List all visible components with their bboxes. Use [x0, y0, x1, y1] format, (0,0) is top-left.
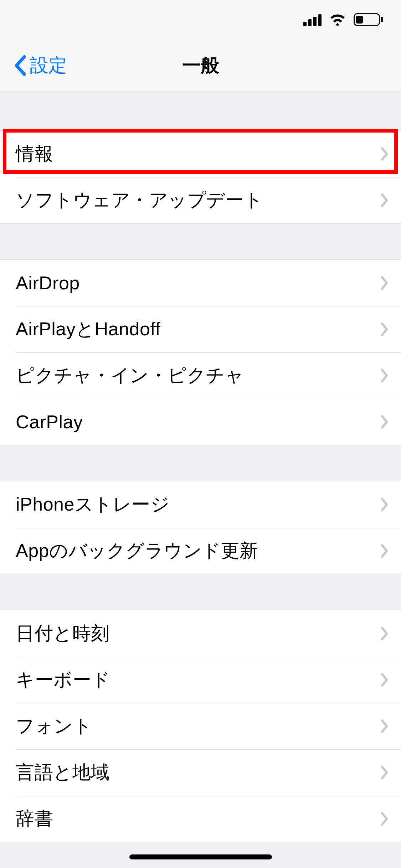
group-separator: [0, 445, 401, 481]
wifi-icon: [329, 13, 346, 26]
settings-group-3: iPhoneストレージ Appのバックグラウンド更新: [0, 481, 401, 574]
chevron-right-icon: [380, 497, 389, 512]
group-separator: [0, 574, 401, 610]
row-airdrop[interactable]: AirDrop: [0, 260, 401, 306]
row-label: 辞書: [16, 806, 380, 831]
chevron-right-icon: [380, 415, 389, 429]
row-label: 言語と地域: [16, 760, 380, 785]
row-label: AirDrop: [16, 272, 380, 294]
settings-group-2: AirDrop AirPlayとHandoff ピクチャ・イン・ピクチャ Car…: [0, 259, 401, 445]
back-button-label: 設定: [30, 53, 67, 78]
row-label: CarPlay: [16, 411, 380, 433]
cellular-signal-icon: [303, 13, 322, 26]
chevron-right-icon: [380, 626, 389, 641]
row-label: ピクチャ・イン・ピクチャ: [16, 363, 380, 388]
row-date-time[interactable]: 日付と時刻: [0, 610, 401, 657]
chevron-right-icon: [380, 719, 389, 733]
row-label: キーボード: [16, 667, 380, 692]
status-bar-cluster: [303, 13, 383, 26]
chevron-right-icon: [380, 673, 389, 687]
chevron-right-icon: [380, 812, 389, 826]
settings-group-4: 日付と時刻 キーボード フォント 言語と地域 辞書: [0, 610, 401, 842]
chevron-right-icon: [380, 544, 389, 558]
group-separator: [0, 224, 401, 259]
row-dictionary[interactable]: 辞書: [0, 796, 401, 842]
row-label: iPhoneストレージ: [16, 492, 380, 517]
row-label: 日付と時刻: [16, 621, 380, 646]
row-label: フォント: [16, 714, 380, 739]
row-label: Appのバックグラウンド更新: [16, 538, 380, 563]
row-label: ソフトウェア・アップデート: [16, 188, 380, 213]
row-software-update[interactable]: ソフトウェア・アップデート: [0, 177, 401, 223]
chevron-right-icon: [380, 322, 389, 336]
row-fonts[interactable]: フォント: [0, 703, 401, 749]
row-about[interactable]: 情報: [0, 131, 401, 177]
battery-icon: [354, 13, 383, 26]
chevron-right-icon: [380, 368, 389, 383]
row-label: AirPlayとHandoff: [16, 317, 380, 342]
row-bg-app-refresh[interactable]: Appのバックグラウンド更新: [0, 528, 401, 574]
group-separator: [0, 92, 401, 130]
chevron-left-icon: [14, 55, 27, 76]
row-iphone-storage[interactable]: iPhoneストレージ: [0, 481, 401, 528]
status-bar: [0, 0, 401, 39]
row-carplay[interactable]: CarPlay: [0, 399, 401, 445]
chevron-right-icon: [380, 193, 389, 207]
settings-group-1: 情報 ソフトウェア・アップデート: [0, 130, 401, 224]
row-label: 情報: [16, 141, 380, 166]
row-keyboard[interactable]: キーボード: [0, 657, 401, 703]
row-airplay-handoff[interactable]: AirPlayとHandoff: [0, 306, 401, 352]
home-indicator: [129, 854, 272, 859]
navigation-bar: 設定 一般: [0, 39, 401, 92]
row-language-region[interactable]: 言語と地域: [0, 749, 401, 796]
chevron-right-icon: [380, 147, 389, 161]
row-pip[interactable]: ピクチャ・イン・ピクチャ: [0, 352, 401, 399]
chevron-right-icon: [380, 276, 389, 290]
page-title: 一般: [182, 53, 219, 78]
back-button[interactable]: 設定: [7, 39, 74, 92]
chevron-right-icon: [380, 765, 389, 780]
settings-content: 情報 ソフトウェア・アップデート AirDrop AirPlayとHandoff: [0, 92, 401, 842]
